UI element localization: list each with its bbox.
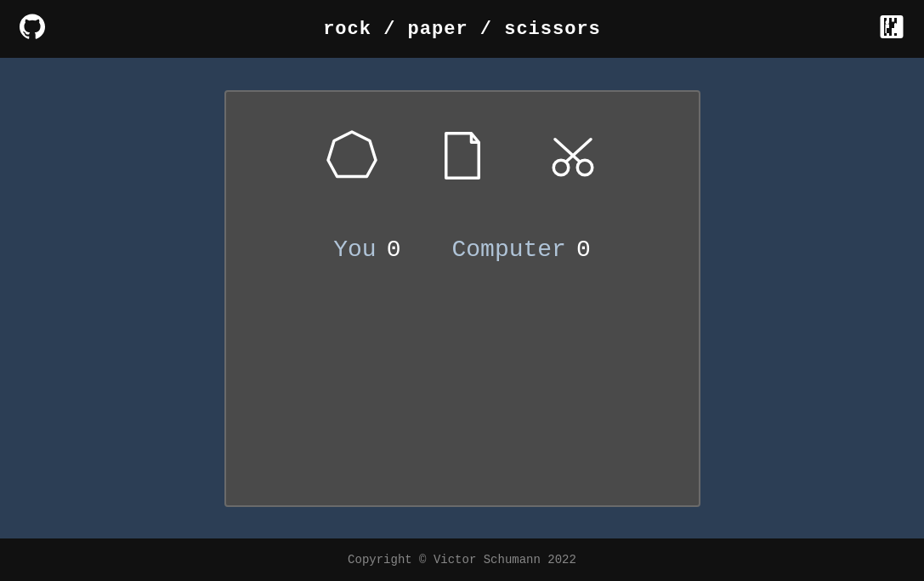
linkedin-icon bbox=[876, 12, 907, 43]
player-label: You bbox=[333, 236, 376, 263]
main-content: You 0 Computer 0 bbox=[0, 58, 924, 538]
copyright-text: Copyright © Victor Schumann 2022 bbox=[348, 553, 576, 567]
rock-button[interactable] bbox=[314, 117, 390, 194]
game-card: You 0 Computer 0 bbox=[224, 90, 700, 507]
footer: Copyright © Victor Schumann 2022 bbox=[0, 538, 924, 581]
player-score: You 0 bbox=[333, 236, 400, 263]
header: rock / paper / scissors bbox=[0, 0, 924, 58]
scissors-icon bbox=[543, 126, 603, 185]
paper-button[interactable] bbox=[424, 117, 501, 194]
page-title: rock / paper / scissors bbox=[323, 19, 601, 40]
paper-icon bbox=[433, 126, 492, 185]
choices-row bbox=[314, 117, 611, 194]
svg-marker-0 bbox=[328, 132, 376, 177]
computer-label: Computer bbox=[452, 236, 566, 263]
player-score-value: 0 bbox=[387, 236, 401, 263]
svg-line-4 bbox=[555, 139, 580, 161]
scissors-button[interactable] bbox=[535, 117, 611, 194]
computer-score: Computer 0 bbox=[452, 236, 591, 263]
github-link[interactable] bbox=[17, 12, 48, 47]
computer-score-value: 0 bbox=[576, 236, 591, 263]
svg-line-3 bbox=[566, 139, 591, 161]
score-row: You 0 Computer 0 bbox=[333, 236, 590, 263]
rock-icon bbox=[322, 126, 382, 185]
linkedin-link[interactable] bbox=[876, 12, 907, 47]
github-icon bbox=[17, 12, 48, 43]
